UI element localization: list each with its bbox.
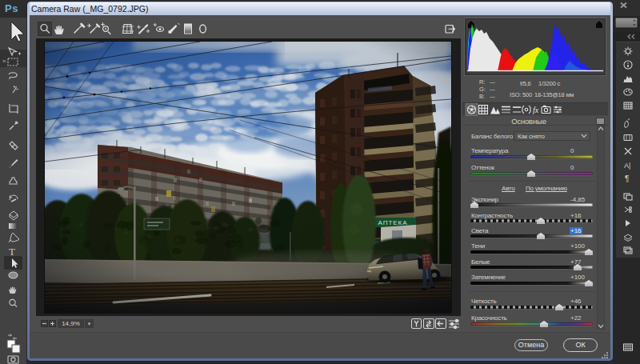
svg-text:A|: A| bbox=[624, 162, 630, 170]
svg-text:fx: fx bbox=[533, 106, 539, 114]
svg-text:T: T bbox=[9, 246, 15, 258]
svg-text:¶: ¶ bbox=[625, 174, 629, 183]
svg-text:»: » bbox=[2, 58, 6, 65]
